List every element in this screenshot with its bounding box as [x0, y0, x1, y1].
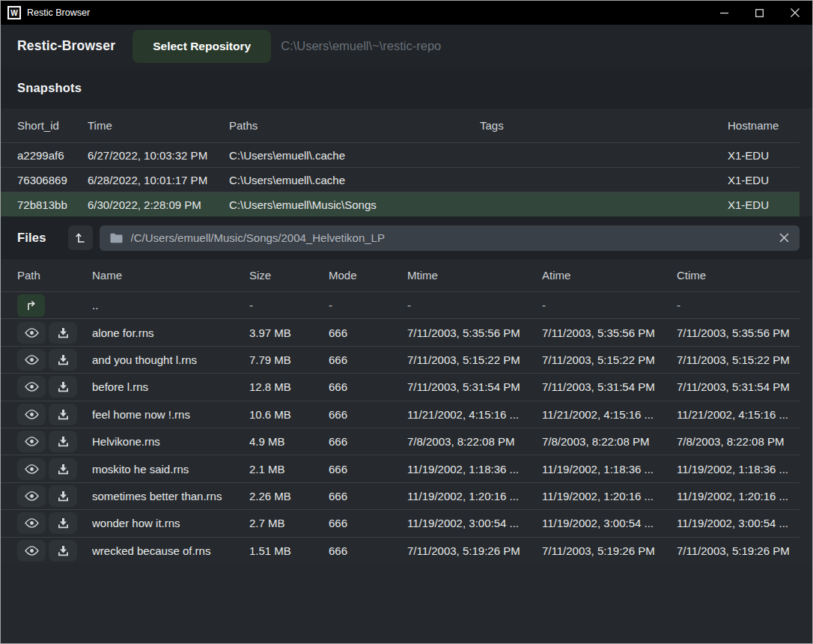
preview-file-button[interactable]: [17, 431, 46, 452]
file-name: and you thought l.rns: [92, 353, 249, 366]
file-size: 2.26 MB: [249, 490, 329, 502]
file-row[interactable]: Helvikone.rns 4.9 MB 666 7/8/2003, 8:22:…: [1, 428, 800, 455]
file-atime: 7/11/2003, 5:31:54 PM: [542, 380, 677, 393]
file-row[interactable]: sometimes better than.rns 2.26 MB 666 11…: [1, 482, 800, 509]
snapshot-row[interactable]: 72b813bb 6/30/2022, 2:28:09 PM C:\Users\…: [1, 192, 800, 216]
close-button[interactable]: [777, 1, 812, 25]
snapshot-row[interactable]: a2299af6 6/27/2022, 10:03:32 PM C:\Users…: [1, 142, 800, 167]
file-ctime: -: [677, 299, 800, 312]
file-mode: 666: [329, 435, 407, 448]
file-row[interactable]: wonder how it.rns 2.7 MB 666 11/19/2002,…: [1, 509, 800, 536]
restore-file-button[interactable]: [49, 431, 77, 452]
file-mode: 666: [329, 517, 407, 529]
select-repository-button[interactable]: Select Repository: [133, 30, 271, 63]
download-icon: [58, 517, 69, 529]
file-ctime: 7/11/2003, 5:31:54 PM: [677, 380, 800, 393]
download-icon: [58, 490, 69, 502]
snapshot-short-id: 76306869: [17, 174, 88, 186]
restore-file-button[interactable]: [49, 485, 77, 507]
restore-file-button[interactable]: [49, 322, 77, 344]
column-header-time: Time: [88, 119, 229, 132]
eye-icon: [25, 464, 39, 474]
snapshots-title: Snapshots: [17, 81, 82, 95]
download-icon: [58, 436, 69, 447]
current-path-bar[interactable]: /C/Users/emuell/Music/Songs/2004_Helveti…: [100, 225, 800, 251]
preview-file-button[interactable]: [17, 349, 46, 371]
restore-file-button[interactable]: [49, 349, 77, 371]
file-ctime: 11/19/2002, 1:18:36 ...: [677, 463, 800, 476]
restore-file-button[interactable]: [49, 376, 77, 398]
preview-file-button[interactable]: [17, 458, 46, 480]
column-header-paths: Paths: [229, 119, 480, 132]
preview-file-button[interactable]: [17, 376, 46, 398]
file-ctime: 11/21/2002, 4:15:16 ...: [677, 408, 800, 421]
file-atime: 7/8/2003, 8:22:08 PM: [542, 435, 677, 448]
column-header-path: Path: [17, 269, 92, 282]
window-controls: [707, 1, 812, 25]
file-name: sometimes better than.rns: [92, 490, 249, 502]
preview-file-button[interactable]: [17, 512, 46, 534]
go-to-parent-button[interactable]: [17, 294, 45, 317]
file-row[interactable]: and you thought l.rns 7.79 MB 666 7/11/2…: [1, 346, 800, 373]
file-row[interactable]: alone for.rns 3.97 MB 666 7/11/2003, 5:3…: [1, 318, 800, 345]
file-name: Helvikone.rns: [92, 435, 249, 448]
file-ctime: 7/11/2003, 5:15:22 PM: [677, 353, 800, 366]
parent-directory-icon: [25, 300, 37, 312]
file-size: -: [249, 299, 329, 312]
snapshot-row[interactable]: 76306869 6/28/2022, 10:01:17 PM C:\Users…: [1, 167, 800, 192]
file-name: alone for.rns: [92, 326, 249, 339]
files-table: Path Name Size Mode Mtime Atime Ctime ..…: [1, 259, 812, 564]
files-title: Files: [17, 231, 46, 245]
snapshot-time: 6/30/2022, 2:28:09 PM: [88, 198, 229, 211]
file-mode: 666: [329, 353, 407, 366]
files-table-header: Path Name Size Mode Mtime Atime Ctime: [1, 259, 800, 291]
file-size: 10.6 MB: [249, 408, 329, 421]
file-size: 7.79 MB: [249, 353, 329, 366]
column-header-name: Name: [92, 269, 249, 282]
preview-file-button[interactable]: [17, 404, 46, 425]
restore-file-button[interactable]: [49, 540, 77, 562]
clear-path-button[interactable]: [779, 233, 789, 243]
maximize-button[interactable]: [742, 1, 777, 25]
file-mtime: 11/19/2002, 1:18:36 ...: [407, 463, 542, 476]
file-mtime: -: [407, 299, 542, 312]
minimize-button[interactable]: [707, 1, 742, 25]
file-mtime: 7/8/2003, 8:22:08 PM: [407, 435, 542, 448]
column-header-size: Size: [249, 269, 329, 282]
close-icon: [791, 8, 800, 17]
repository-path: C:\Users\emuell\~\restic-repo: [281, 39, 441, 53]
set-root-path-button[interactable]: [68, 225, 93, 250]
restore-file-button[interactable]: [49, 404, 77, 425]
parent-directory-row[interactable]: .. - - - - -: [1, 291, 800, 318]
eye-icon: [25, 410, 39, 419]
file-mode: 666: [329, 408, 407, 421]
app-window: W Restic Browser Restic-Browser Select R…: [0, 0, 813, 644]
preview-file-button[interactable]: [17, 540, 46, 562]
snapshot-hostname: X1-EDU: [728, 198, 800, 211]
restore-file-button[interactable]: [49, 458, 77, 480]
file-mtime: 11/19/2002, 1:20:16 ...: [407, 490, 542, 502]
snapshot-time: 6/28/2022, 10:01:17 PM: [88, 174, 229, 186]
file-atime: 11/19/2002, 1:20:16 ...: [542, 490, 677, 502]
file-atime: -: [542, 299, 677, 312]
column-header-mtime: Mtime: [407, 269, 542, 282]
eye-icon: [25, 328, 39, 338]
file-atime: 7/11/2003, 5:15:22 PM: [542, 353, 677, 366]
restore-file-button[interactable]: [49, 512, 77, 534]
snapshot-paths: C:\Users\emuell\.cache: [229, 174, 480, 186]
file-row[interactable]: wrecked because of.rns 1.51 MB 666 7/11/…: [1, 537, 800, 564]
file-atime: 7/11/2003, 5:19:26 PM: [542, 544, 677, 557]
file-row[interactable]: feel home now !.rns 10.6 MB 666 11/21/20…: [1, 401, 800, 428]
download-icon: [58, 327, 69, 338]
file-mode: 666: [329, 463, 407, 476]
file-size: 3.97 MB: [249, 326, 329, 339]
file-row[interactable]: moskito he said.rns 2.1 MB 666 11/19/200…: [1, 455, 800, 482]
eye-icon: [25, 518, 39, 528]
snapshot-short-id: a2299af6: [17, 149, 88, 162]
preview-file-button[interactable]: [17, 322, 46, 344]
preview-file-button[interactable]: [17, 485, 46, 507]
files-rows: alone for.rns 3.97 MB 666 7/11/2003, 5:3…: [1, 318, 800, 564]
file-row[interactable]: before l.rns 12.8 MB 666 7/11/2003, 5:31…: [1, 373, 800, 400]
window-title: Restic Browser: [27, 7, 90, 18]
file-ctime: 7/8/2003, 8:22:08 PM: [677, 435, 800, 448]
